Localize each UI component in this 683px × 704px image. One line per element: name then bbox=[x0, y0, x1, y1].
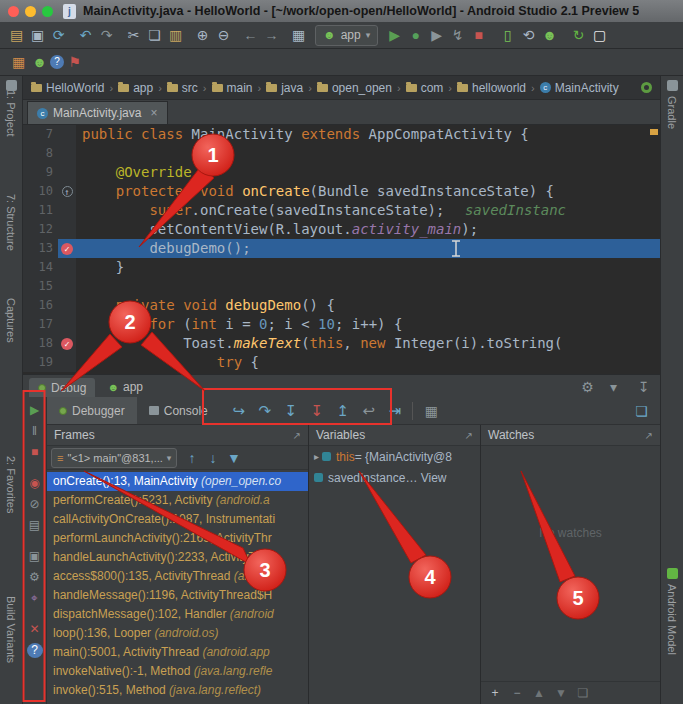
stop-button[interactable]: ■ bbox=[468, 28, 489, 42]
frame-row[interactable]: dispatchMessage():102, Handler (android bbox=[47, 605, 308, 624]
run-coverage-button[interactable]: ▶ bbox=[426, 28, 447, 42]
expand-icon[interactable]: ▸ bbox=[314, 451, 319, 462]
redo-icon[interactable]: ↷ bbox=[96, 28, 117, 42]
android-monitor-icon[interactable]: ☻ bbox=[29, 55, 50, 69]
zoom-out-icon[interactable]: ⊖ bbox=[213, 28, 234, 42]
gutter[interactable] bbox=[58, 125, 76, 144]
view-breakpoints-button[interactable]: ◉ bbox=[27, 476, 43, 491]
frame-up-icon[interactable]: ↑ bbox=[181, 451, 202, 465]
float-panel-icon[interactable]: ↗ bbox=[465, 430, 473, 441]
frame-row[interactable]: loop():136, Looper (android.os) bbox=[47, 624, 308, 643]
float-panel-icon[interactable]: ↗ bbox=[293, 430, 301, 441]
chevron-down-icon[interactable]: ▾ bbox=[603, 380, 624, 394]
breadcrumb-item-helloworld[interactable]: helloworld bbox=[457, 81, 526, 95]
show-execution-point-icon[interactable]: ↪ bbox=[226, 403, 252, 418]
breadcrumb-item-mainactivity[interactable]: cMainActivity bbox=[540, 81, 619, 95]
hide-panel-icon[interactable]: ↧ bbox=[633, 380, 654, 394]
breadcrumb-item-main[interactable]: main bbox=[212, 81, 253, 95]
zoom-window-button[interactable] bbox=[42, 6, 53, 17]
code-line-11[interactable]: 11 super.onCreate(savedInstanceState); s… bbox=[23, 201, 660, 220]
stop-button[interactable]: ■ bbox=[27, 445, 43, 460]
debug-bug-button[interactable]: ● bbox=[405, 28, 426, 42]
frame-down-icon[interactable]: ↓ bbox=[202, 451, 223, 465]
remove-watch-button[interactable]: − bbox=[510, 687, 524, 699]
tab-mainactivity[interactable]: c MainActivity.java × bbox=[27, 101, 168, 124]
override-method-icon[interactable]: ↑ bbox=[62, 186, 73, 197]
forward-icon[interactable]: → bbox=[261, 28, 282, 42]
frame-row[interactable]: handleMessage():1196, ActivityThread$H bbox=[47, 586, 308, 605]
gutter[interactable] bbox=[58, 315, 76, 334]
zoom-in-icon[interactable]: ⊕ bbox=[192, 28, 213, 42]
tool-button-2-favorites[interactable]: 2: Favorites bbox=[5, 456, 17, 513]
theme-editor-icon[interactable]: ▦ bbox=[8, 55, 29, 69]
gutter[interactable] bbox=[58, 144, 76, 163]
code-line-17[interactable]: 17 for (int i = 0; i < 10; i++) { bbox=[23, 315, 660, 334]
code-line-7[interactable]: 7public class MainActivity extends AppCo… bbox=[23, 125, 660, 144]
tool-button-captures[interactable]: Captures bbox=[5, 298, 17, 343]
breadcrumb-item-app[interactable]: app bbox=[118, 81, 153, 95]
gutter[interactable] bbox=[58, 220, 76, 239]
minimize-window-button[interactable] bbox=[25, 6, 36, 17]
evaluate-expression-icon[interactable]: ▦ bbox=[421, 404, 442, 418]
settings-button[interactable]: ⚙ bbox=[27, 570, 43, 585]
tool-button-7-structure[interactable]: 7: Structure bbox=[5, 194, 17, 251]
sync-icon[interactable]: ⟳ bbox=[48, 28, 69, 42]
gutter[interactable]: ↑ bbox=[58, 182, 76, 201]
tab-debug[interactable]: Debug bbox=[29, 378, 95, 397]
notifications-icon[interactable]: ▢ bbox=[589, 28, 610, 42]
code-line-16[interactable]: 16 private void debugDemo() { bbox=[23, 296, 660, 315]
gutter[interactable] bbox=[58, 277, 76, 296]
attach-debugger-button[interactable]: ↯ bbox=[447, 28, 468, 42]
code-line-19[interactable]: 19 try { bbox=[23, 353, 660, 372]
thread-selector[interactable]: ≡ "<1> main"@831,... ▾ bbox=[51, 448, 177, 468]
gradle-status-icon[interactable] bbox=[641, 82, 652, 93]
breadcrumb-item-com[interactable]: com bbox=[406, 81, 444, 95]
frame-row[interactable]: invokeNative():-1, Method (java.lang.ref… bbox=[47, 662, 308, 681]
sdk-manager-button[interactable]: ☻ bbox=[539, 28, 560, 42]
run-button[interactable]: ▶ bbox=[384, 28, 405, 42]
help-icon[interactable]: ? bbox=[50, 55, 64, 69]
breadcrumb-item-open_open[interactable]: open_open bbox=[317, 81, 392, 95]
tool-button-android-model[interactable]: Android Model bbox=[666, 584, 678, 655]
run-config-grid-icon[interactable]: ▦ bbox=[288, 28, 309, 42]
save-all-icon[interactable]: ▣ bbox=[27, 28, 48, 42]
step-out-icon[interactable]: ↥ bbox=[330, 403, 356, 418]
frame-row[interactable]: onCreate():13, MainActivity (open_open.c… bbox=[47, 472, 308, 491]
cut-icon[interactable]: ✂ bbox=[123, 28, 144, 42]
code-line-9[interactable]: 9 @Override bbox=[23, 163, 660, 182]
step-into-icon[interactable]: ↧ bbox=[278, 403, 304, 418]
open-project-icon[interactable]: ▤ bbox=[6, 28, 27, 42]
undo-icon[interactable]: ↶ bbox=[75, 28, 96, 42]
close-button[interactable]: ✕ bbox=[27, 622, 43, 637]
frame-row[interactable]: performCreate():5231, Activity (android.… bbox=[47, 491, 308, 510]
gutter[interactable] bbox=[58, 201, 76, 220]
tab-debugger[interactable]: Debugger bbox=[47, 397, 137, 424]
move-down-button[interactable]: ▼ bbox=[554, 687, 568, 699]
gutter[interactable] bbox=[58, 353, 76, 372]
thread-dump-button[interactable]: ▤ bbox=[27, 518, 43, 533]
variable-row-this[interactable]: ▸this = {MainActivity@8 bbox=[309, 446, 480, 467]
run-to-cursor-icon[interactable]: ⇥ bbox=[382, 403, 408, 418]
help-button[interactable]: ? bbox=[27, 643, 43, 658]
duplicate-watch-button[interactable]: ❏ bbox=[576, 687, 590, 699]
run-config-dropdown[interactable]: ☻ app ▾ bbox=[315, 25, 378, 46]
close-window-button[interactable] bbox=[8, 6, 19, 17]
step-over-icon[interactable]: ↷ bbox=[252, 403, 278, 418]
frame-row[interactable]: invoke():515, Method (java.lang.reflect) bbox=[47, 681, 308, 700]
tool-button-1-project[interactable]: 1: Project bbox=[5, 90, 17, 136]
instant-run-icon[interactable]: ↻ bbox=[568, 28, 589, 42]
move-up-button[interactable]: ▲ bbox=[532, 687, 546, 699]
frame-row[interactable]: callActivityOnCreate():1087, Instrumenta… bbox=[47, 510, 308, 529]
avd-manager-button[interactable]: ▯ bbox=[497, 28, 518, 42]
variable-row-savedInstance[interactable]: savedInstance… View bbox=[309, 467, 480, 488]
code-line-8[interactable]: 8 bbox=[23, 144, 660, 163]
restore-layout-icon[interactable]: ❏ bbox=[631, 404, 652, 418]
breadcrumb-item-src[interactable]: src bbox=[167, 81, 198, 95]
resume-button[interactable]: ▶ bbox=[27, 403, 43, 418]
gutter[interactable] bbox=[58, 258, 76, 277]
frame-row[interactable]: main():5001, ActivityThread (android.app bbox=[47, 643, 308, 662]
breakpoint-icon[interactable]: ✓ bbox=[61, 243, 73, 255]
frame-row[interactable]: handleLaunchActivity():2233, ActivityT bbox=[47, 548, 308, 567]
breakpoint-icon[interactable]: ✓ bbox=[61, 338, 73, 350]
float-panel-icon[interactable]: ↗ bbox=[645, 430, 653, 441]
